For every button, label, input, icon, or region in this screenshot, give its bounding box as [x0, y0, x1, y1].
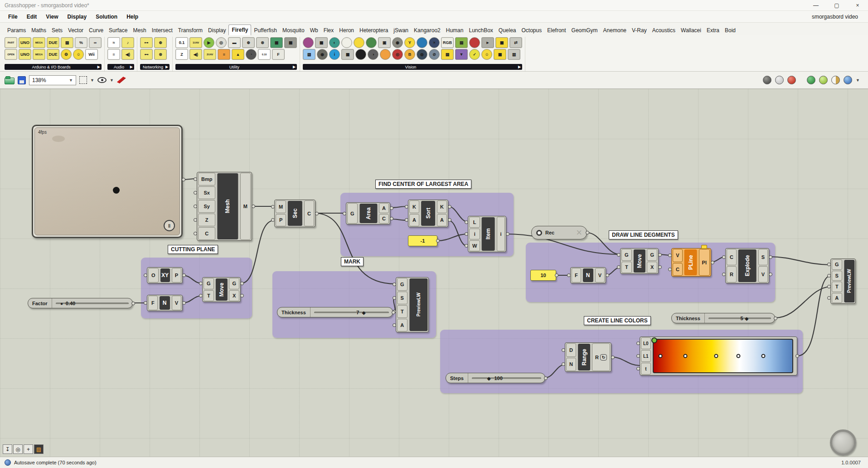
stream-icon[interactable]: ⊗ [154, 49, 167, 60]
param-input[interactable]: t [641, 363, 651, 375]
slider-track[interactable]: ● 0.40 [52, 298, 132, 308]
component-title[interactable]: Range [578, 344, 590, 370]
output-port[interactable] [448, 218, 451, 222]
tab-flex[interactable]: Flex [321, 25, 337, 35]
uav1-icon[interactable]: 1UAV [189, 37, 202, 48]
group-label[interactable]: CREATE LINE COLORS [584, 316, 651, 325]
warning-tag-icon[interactable] [701, 245, 707, 249]
x-channel-icon[interactable]: × [429, 37, 440, 48]
output-port[interactable] [544, 376, 548, 380]
input-port[interactable] [465, 244, 468, 248]
play-icon[interactable]: ▶ [204, 37, 214, 48]
input-port[interactable] [199, 294, 203, 297]
param-input[interactable]: S [397, 292, 407, 304]
output-port[interactable] [711, 261, 714, 264]
input-port[interactable] [393, 296, 396, 300]
contrast-icon[interactable]: ◑ [368, 49, 378, 60]
decimal-icon[interactable]: 0.10 [258, 49, 271, 60]
toolbar-group-label[interactable]: Audio▶ [107, 64, 134, 70]
tab-intersect[interactable]: Intersect [149, 25, 175, 35]
b-channel-icon[interactable]: B [404, 49, 415, 60]
number-panel-ten[interactable]: 10 [530, 270, 556, 281]
checker2-icon[interactable]: ▦ [494, 49, 506, 60]
sort-component[interactable]: K A Sort K A [408, 200, 448, 227]
close-button[interactable]: × [847, 0, 868, 10]
target-icon[interactable]: ◎ [392, 49, 403, 60]
tab-mesh[interactable]: Mesh [130, 25, 149, 35]
group-label[interactable]: MARK [341, 257, 364, 266]
tab-acoustics[interactable]: Acoustics [650, 25, 678, 35]
preview-lw-component-2[interactable]: G S T A PreviewLW [830, 258, 856, 304]
xy-plane-component[interactable]: O XY P [147, 267, 183, 283]
component-title[interactable]: PLine [684, 249, 697, 275]
slider-track[interactable]: ◆ 100 [468, 373, 545, 383]
param-output[interactable]: V [172, 296, 181, 310]
param-input[interactable]: T [621, 262, 632, 273]
tab-display[interactable]: Display [205, 25, 228, 35]
steps-slider[interactable]: Steps ◆ 100 [446, 373, 545, 383]
blue-ball-icon[interactable] [417, 37, 427, 48]
udp-link-icon[interactable]: ⊶ [140, 37, 153, 48]
param-output[interactable]: X [229, 290, 239, 302]
output-port[interactable] [182, 273, 186, 277]
gradient-handle[interactable] [714, 354, 718, 358]
area-component[interactable]: G Area A C [346, 202, 390, 224]
input-port[interactable] [636, 354, 640, 358]
video-preview-frame[interactable]: 4fps ‖ [32, 125, 183, 238]
component-title[interactable]: Area [359, 204, 377, 223]
input-port[interactable] [827, 296, 831, 300]
param-input[interactable]: C [727, 249, 737, 265]
param-input[interactable]: G [397, 278, 407, 291]
green-sphere-icon[interactable] [807, 76, 815, 84]
zoom-extents-icon[interactable] [79, 76, 87, 84]
param-output[interactable]: C [304, 200, 314, 226]
map-icon[interactable]: ▤ [455, 37, 468, 48]
bitmap-save-icon[interactable]: ▦ [315, 37, 328, 48]
output-port[interactable] [769, 273, 772, 276]
polyline-component[interactable]: V C PLine Pl [671, 248, 711, 277]
param-input[interactable]: R [727, 266, 737, 283]
lime-sphere-icon[interactable] [819, 76, 828, 84]
output-port[interactable] [315, 212, 319, 215]
note-icon[interactable]: ♪ [121, 37, 134, 48]
grid-icon[interactable]: ▦ [284, 37, 297, 48]
param-input[interactable]: O [148, 268, 159, 283]
param-input[interactable]: Sx [198, 186, 215, 199]
input-port[interactable] [405, 218, 408, 222]
grasshopper-canvas[interactable]: FIND CENTER OF LARGEST AREA CUTTING PLAN… [0, 89, 868, 457]
info-icon[interactable]: i [329, 49, 340, 60]
component-title[interactable]: N [583, 268, 593, 282]
component-title[interactable]: Sort [421, 201, 435, 226]
tab-wb[interactable]: Wb [307, 25, 321, 35]
param-input[interactable]: G [832, 259, 842, 270]
param-input[interactable]: T [204, 290, 214, 302]
due-board-icon[interactable]: DUE [47, 37, 59, 48]
input-port[interactable] [617, 265, 621, 269]
paint-brush-icon[interactable] [117, 77, 126, 83]
tab-kangaroo2[interactable]: Kangaroo2 [411, 25, 443, 35]
component-title[interactable]: Sec [288, 201, 302, 226]
export-icon[interactable]: ► [481, 37, 494, 48]
tab-maths[interactable]: Maths [29, 25, 49, 35]
param-input[interactable]: W [469, 240, 480, 251]
param-input[interactable]: D [566, 343, 576, 357]
blue-sphere-icon[interactable] [844, 76, 852, 84]
chevron-down-icon[interactable]: ▼ [856, 78, 860, 83]
toolbar-group-label[interactable]: Networking▶ [140, 64, 170, 70]
output-port[interactable] [131, 302, 135, 305]
param-input[interactable]: S [832, 271, 842, 281]
input-port[interactable] [271, 218, 275, 222]
uno-board-icon[interactable]: UNO [19, 37, 31, 48]
slider-knob[interactable]: ◆ [745, 316, 748, 321]
input-port[interactable] [827, 285, 831, 288]
gradient-handle[interactable] [658, 354, 662, 358]
tab-anemone[interactable]: Anemone [601, 25, 629, 35]
input-port[interactable] [194, 177, 197, 181]
menu-file[interactable]: File [4, 12, 22, 21]
clapper-icon[interactable]: ▬ [228, 37, 241, 48]
tab-elefront[interactable]: Elefront [544, 25, 568, 35]
record-dot-icon[interactable]: ◎ [13, 444, 23, 454]
save-file-icon[interactable] [18, 76, 26, 84]
param-input[interactable]: Z [198, 214, 215, 226]
input-port[interactable] [405, 205, 408, 209]
